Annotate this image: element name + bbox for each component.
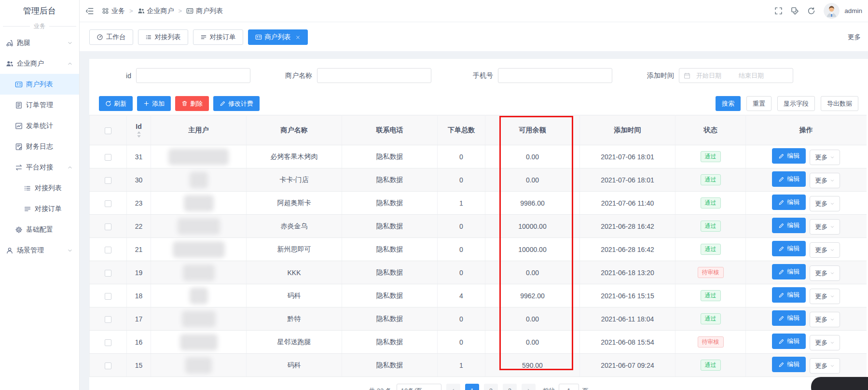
cell-main-user <box>151 192 247 215</box>
sidebar-collapse-icon[interactable] <box>85 7 94 15</box>
select-all-checkbox[interactable] <box>105 127 111 134</box>
sidebar-item-connect-orders[interactable]: 对接订单 <box>0 198 79 219</box>
tab-workbench[interactable]: 工作台 <box>89 29 133 45</box>
row-checkbox[interactable] <box>105 247 111 253</box>
row-checkbox[interactable] <box>105 362 111 369</box>
scooter-icon <box>6 39 14 47</box>
more-button[interactable]: 更多 <box>810 335 840 350</box>
tab-connect-list[interactable]: 对接列表 <box>138 29 188 45</box>
refresh-button[interactable]: 刷新 <box>99 96 133 111</box>
next-page-button[interactable] <box>522 384 536 390</box>
privacy-blur <box>180 334 218 350</box>
id-filter-input[interactable] <box>136 68 250 83</box>
table-row: 17黔特隐私数据00.002021-06-11 18:04通过编辑更多 <box>90 307 867 331</box>
delete-button[interactable]: 删除 <box>175 96 209 111</box>
cell-actions: 编辑更多 <box>746 331 867 354</box>
cell-merchant-name: 赤炎金乌 <box>247 215 342 238</box>
more-button[interactable]: 更多 <box>810 312 840 327</box>
row-checkbox[interactable] <box>105 270 111 277</box>
sidebar-item-merchant-list[interactable]: 商户列表 <box>0 74 79 95</box>
pencil-icon <box>778 292 785 298</box>
prev-page-button[interactable] <box>446 384 460 390</box>
breadcrumb-item-enterprise-merchant[interactable]: 企业商户 <box>138 7 174 15</box>
merchant-filter-input[interactable] <box>317 68 431 83</box>
row-checkbox[interactable] <box>105 154 111 161</box>
cell-id: 19 <box>127 261 151 284</box>
row-select-cell <box>90 354 127 377</box>
per-page-select[interactable]: 10条/页 <box>397 384 441 390</box>
privacy-blur <box>168 149 229 165</box>
more-button[interactable]: 更多 <box>810 289 840 304</box>
search-button[interactable]: 搜索 <box>716 96 741 111</box>
breadcrumb-item-merchant-list[interactable]: 商户列表 <box>186 7 223 15</box>
edit-button[interactable]: 编辑 <box>772 334 806 349</box>
sidebar-item-finance-log[interactable]: 财务日志 <box>0 136 79 157</box>
pencil-icon <box>778 153 785 159</box>
phone-filter-input[interactable] <box>498 68 612 83</box>
sidebar-item-scene-management[interactable]: 场景管理 <box>0 240 79 261</box>
main-area: 业务>企业商户>商户列表 admin 工作台对接列表对接订单商户列表 <box>80 0 868 390</box>
row-checkbox[interactable] <box>105 223 111 230</box>
export-data-button[interactable]: 导出数据 <box>821 96 858 111</box>
row-checkbox[interactable] <box>105 293 111 300</box>
edit-button[interactable]: 编辑 <box>772 195 806 210</box>
sidebar-item-connect-list[interactable]: 对接列表 <box>0 178 79 198</box>
sidebar-menu: 跑腿企业商户商户列表订单管理发单统计财务日志平台对接对接列表对接订单基础配置场景… <box>0 32 79 261</box>
goto-page-input[interactable] <box>559 384 579 390</box>
cell-balance: 9986.00 <box>485 192 580 215</box>
sidebar-item-enterprise-merchant[interactable]: 企业商户 <box>0 53 79 74</box>
breadcrumb-item-business[interactable]: 业务 <box>102 7 125 15</box>
cell-status: 通过 <box>675 238 746 261</box>
more-button[interactable]: 更多 <box>810 196 840 211</box>
tab-connect-orders[interactable]: 对接订单 <box>193 29 243 45</box>
sidebar-item-platform-connect[interactable]: 平台对接 <box>0 157 79 178</box>
row-checkbox[interactable] <box>105 339 111 346</box>
more-button[interactable]: 更多 <box>810 265 840 281</box>
page-button-1[interactable]: 1 <box>465 384 479 390</box>
tabs-more-button[interactable]: 更多 <box>848 33 863 42</box>
sidebar-item-order-management[interactable]: 订单管理 <box>0 95 79 115</box>
more-button[interactable]: 更多 <box>810 242 840 258</box>
action-right-group: 搜索 重置 显示字段 导出数据 <box>716 96 858 111</box>
page-button-3[interactable]: 3 <box>503 384 517 390</box>
edit-button[interactable]: 编辑 <box>772 310 806 326</box>
more-button-label: 更多 <box>815 176 827 185</box>
refresh-icon[interactable] <box>807 7 815 15</box>
more-button[interactable]: 更多 <box>810 173 840 188</box>
sidebar-item-base-config[interactable]: 基础配置 <box>0 219 79 240</box>
privacy-blur <box>183 265 215 281</box>
row-checkbox[interactable] <box>105 177 111 184</box>
more-button[interactable]: 更多 <box>810 150 840 165</box>
sort-carets-icon[interactable] <box>137 131 141 138</box>
sidebar-item-dispatch-stats[interactable]: 发单统计 <box>0 115 79 136</box>
show-fields-button[interactable]: 显示字段 <box>777 96 815 111</box>
date-range-input[interactable]: 开始日期 结束日期 <box>679 68 793 83</box>
edit-billing-button[interactable]: 修改计费 <box>213 96 260 111</box>
page-button-2[interactable]: 2 <box>484 384 498 390</box>
reset-button[interactable]: 重置 <box>746 96 772 111</box>
more-button[interactable]: 更多 <box>810 219 840 235</box>
edit-button[interactable]: 编辑 <box>772 287 806 303</box>
tab-merchant-list[interactable]: 商户列表 <box>248 29 308 45</box>
finance-icon <box>15 143 23 151</box>
fullscreen-icon[interactable] <box>774 7 783 15</box>
action-left-group: 刷新 添加 删除 修改计费 <box>99 96 260 111</box>
avatar[interactable] <box>824 3 840 19</box>
cell-status: 通过 <box>675 284 746 307</box>
edit-button[interactable]: 编辑 <box>772 218 806 233</box>
edit-button[interactable]: 编辑 <box>772 241 806 256</box>
pencil-icon <box>778 246 785 252</box>
edit-button[interactable]: 编辑 <box>772 357 806 372</box>
chevron-down-icon <box>830 224 835 229</box>
theme-skin-icon[interactable] <box>791 7 799 15</box>
sidebar-item-errand[interactable]: 跑腿 <box>0 32 79 53</box>
breadcrumb-label: 企业商户 <box>147 7 174 15</box>
edit-button[interactable]: 编辑 <box>772 264 806 279</box>
edit-button[interactable]: 编辑 <box>772 148 806 164</box>
more-button[interactable]: 更多 <box>810 358 840 374</box>
add-button[interactable]: 添加 <box>137 96 171 111</box>
edit-button[interactable]: 编辑 <box>772 171 806 187</box>
username[interactable]: admin <box>844 7 862 14</box>
row-checkbox[interactable] <box>105 200 111 207</box>
row-checkbox[interactable] <box>105 316 111 323</box>
